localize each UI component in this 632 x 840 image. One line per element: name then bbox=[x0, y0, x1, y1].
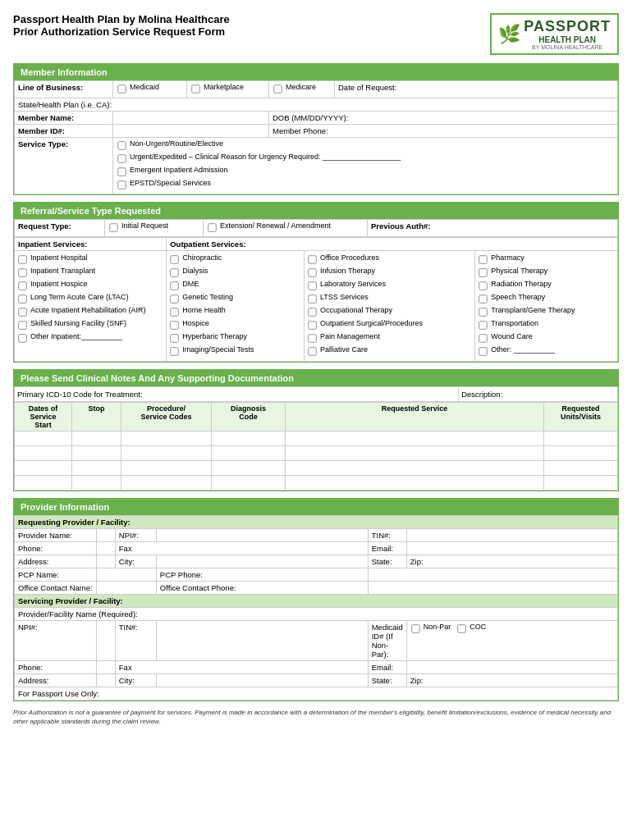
city-value[interactable] bbox=[156, 555, 368, 568]
form-title: Passport Health Plan by Molina Healthcar… bbox=[13, 13, 230, 38]
phone-value[interactable] bbox=[97, 542, 116, 555]
hyperbaric-cb[interactable] bbox=[170, 334, 178, 342]
speech-cb[interactable] bbox=[479, 294, 488, 303]
wound-care-cb[interactable] bbox=[479, 334, 488, 342]
start-date-4[interactable] bbox=[15, 476, 72, 491]
office-contact-value[interactable] bbox=[97, 582, 157, 595]
service-urgent-checkbox[interactable] bbox=[117, 154, 126, 162]
other-inpatient-cb[interactable] bbox=[18, 334, 26, 342]
ltss-cb[interactable] bbox=[308, 294, 316, 303]
service-row-1 bbox=[15, 431, 618, 446]
servicing-address-value[interactable] bbox=[97, 674, 116, 687]
medicaid-checkbox[interactable] bbox=[117, 84, 126, 93]
provider-name-value[interactable] bbox=[97, 529, 116, 542]
service-non-urgent-checkbox[interactable] bbox=[117, 141, 126, 149]
member-id-row: Member ID#: Member Phone: bbox=[15, 125, 618, 138]
medicare-checkbox[interactable] bbox=[273, 84, 282, 93]
email-value[interactable] bbox=[406, 542, 617, 555]
hospice-cb[interactable] bbox=[170, 321, 178, 329]
requested-units-1[interactable] bbox=[544, 431, 618, 446]
npi-label: NPI#: bbox=[115, 529, 156, 542]
marketplace-checkbox[interactable] bbox=[191, 84, 199, 93]
outpatient-surgical-cb[interactable] bbox=[308, 321, 316, 329]
infusion-cb[interactable] bbox=[308, 268, 316, 276]
other-outpatient-cb[interactable] bbox=[479, 347, 488, 355]
imaging-cb[interactable] bbox=[170, 347, 178, 355]
tin-value[interactable] bbox=[406, 529, 617, 542]
extension-checkbox[interactable] bbox=[208, 223, 216, 231]
stop-date-4[interactable] bbox=[72, 476, 121, 491]
requested-units-3[interactable] bbox=[544, 461, 618, 476]
servicing-email-value[interactable] bbox=[406, 661, 617, 674]
procedure-code-1[interactable] bbox=[121, 431, 212, 446]
office-contact-row: Office Contact Name: Office Contact Phon… bbox=[15, 582, 618, 595]
office-proc-cb[interactable] bbox=[308, 255, 316, 263]
date-of-request-label: Date of Request: bbox=[338, 83, 396, 92]
diagnosis-code-1[interactable] bbox=[212, 431, 286, 446]
genetic-testing-cb[interactable] bbox=[170, 294, 178, 303]
pain-mgmt-cb[interactable] bbox=[308, 334, 316, 342]
service-epstd-checkbox[interactable] bbox=[117, 180, 126, 189]
diagnosis-code-4[interactable] bbox=[212, 476, 286, 491]
procedure-code-4[interactable] bbox=[121, 476, 212, 491]
requested-service-4[interactable] bbox=[286, 476, 544, 491]
office-contact-label: Office Contact Name: bbox=[15, 582, 97, 595]
diagnosis-code-2[interactable] bbox=[212, 446, 286, 461]
radiation-cb[interactable] bbox=[479, 281, 488, 290]
chiropractic-cb[interactable] bbox=[170, 255, 178, 263]
address-value[interactable] bbox=[97, 555, 116, 568]
stop-date-2[interactable] bbox=[72, 446, 121, 461]
pcp-phone-value[interactable] bbox=[368, 568, 617, 582]
city-label: City: bbox=[115, 555, 156, 568]
requested-units-2[interactable] bbox=[544, 446, 618, 461]
requested-service-1[interactable] bbox=[286, 431, 544, 446]
requested-service-2[interactable] bbox=[286, 446, 544, 461]
facility-name-label: Provider/Facility Name (Required): bbox=[18, 609, 138, 619]
inpatient-hospital-cb[interactable] bbox=[18, 255, 26, 263]
servicing-email-label: Email: bbox=[368, 661, 406, 674]
occupational-cb[interactable] bbox=[308, 308, 316, 316]
pharmacy-cb[interactable] bbox=[479, 255, 488, 263]
dialysis-cb[interactable] bbox=[170, 268, 178, 276]
service-row-4 bbox=[15, 476, 618, 491]
home-health-cb[interactable] bbox=[170, 308, 178, 316]
servicing-phone-value[interactable] bbox=[97, 661, 116, 674]
ltac-cb[interactable] bbox=[18, 294, 26, 303]
service-emergent-checkbox[interactable] bbox=[117, 167, 126, 176]
start-date-1[interactable] bbox=[15, 431, 72, 446]
procedure-code-3[interactable] bbox=[121, 461, 212, 476]
inpatient-transplant-cb[interactable] bbox=[18, 268, 26, 276]
transportation-cb[interactable] bbox=[479, 321, 488, 329]
air-cb[interactable] bbox=[18, 308, 26, 316]
dialysis-label: Dialysis bbox=[182, 267, 208, 275]
servicing-npi-value[interactable] bbox=[97, 621, 116, 661]
procedure-code-2[interactable] bbox=[121, 446, 212, 461]
physical-therapy-cb[interactable] bbox=[479, 268, 488, 276]
pcp-name-value[interactable] bbox=[97, 568, 157, 582]
initial-request-checkbox[interactable] bbox=[109, 223, 117, 231]
diagnosis-code-3[interactable] bbox=[212, 461, 286, 476]
service-row-2 bbox=[15, 446, 618, 461]
non-par-checkbox[interactable] bbox=[411, 624, 419, 632]
page-header: Passport Health Plan by Molina Healthcar… bbox=[13, 13, 619, 55]
servicing-city-value[interactable] bbox=[156, 674, 368, 687]
npi-value[interactable] bbox=[156, 529, 368, 542]
dates-start-header: Dates of ServiceStart bbox=[15, 403, 72, 431]
transplant-gene-cb[interactable] bbox=[479, 308, 488, 316]
lab-cb[interactable] bbox=[308, 281, 316, 290]
servicing-tin-value[interactable] bbox=[156, 621, 368, 661]
start-date-2[interactable] bbox=[15, 446, 72, 461]
requested-service-3[interactable] bbox=[286, 461, 544, 476]
dme-cb[interactable] bbox=[170, 281, 178, 290]
email-label: Email: bbox=[368, 542, 406, 555]
requested-units-4[interactable] bbox=[544, 476, 618, 491]
palliative-cb[interactable] bbox=[308, 347, 316, 355]
snf-cb[interactable] bbox=[18, 321, 26, 329]
inpatient-hospice-cb[interactable] bbox=[18, 281, 26, 290]
coc-checkbox[interactable] bbox=[458, 624, 466, 632]
office-contact-phone-value[interactable] bbox=[368, 582, 617, 595]
non-par-cell: Non-Par COC bbox=[406, 621, 617, 661]
stop-date-3[interactable] bbox=[72, 461, 121, 476]
stop-date-1[interactable] bbox=[72, 431, 121, 446]
start-date-3[interactable] bbox=[15, 461, 72, 476]
